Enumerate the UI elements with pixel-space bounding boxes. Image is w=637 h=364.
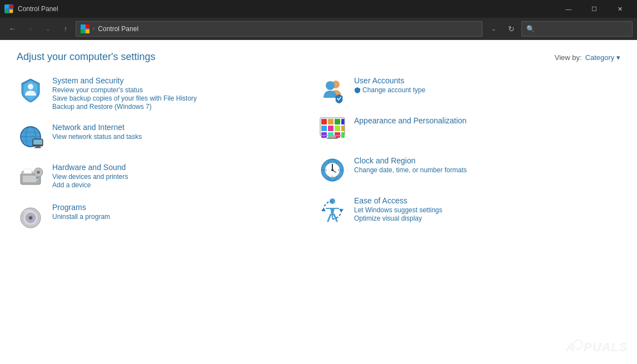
address-dropdown[interactable]: ⌄ [486,21,501,37]
close-button[interactable]: ✕ [607,0,633,18]
svg-rect-40 [341,119,345,124]
page-title: Adjust your computer's settings [17,51,156,63]
appearance-text: Appearance and Personalization [354,116,609,126]
system-review-link[interactable]: Review your computer's status [52,86,307,94]
category-clock: Clock and Region Change date, time, or n… [318,156,620,184]
ease-icon [318,196,346,224]
svg-rect-43 [335,126,340,131]
maximize-button[interactable]: ☐ [581,0,607,18]
hardware-text: Hardware and Sound View devices and prin… [52,163,307,189]
svg-rect-2 [5,9,8,13]
svg-point-28 [38,172,39,173]
programs-icon [17,203,44,231]
right-column: User Accounts Change account type [318,76,620,353]
network-status-link[interactable]: View network status and tasks [52,133,307,141]
shield-small-icon [354,87,361,93]
category-hardware: Hardware and Sound View devices and prin… [17,163,318,191]
svg-rect-18 [34,147,41,148]
svg-marker-64 [321,208,326,211]
svg-rect-42 [328,126,334,131]
category-programs: Programs Uninstall a program [17,203,318,231]
svg-rect-39 [335,119,340,124]
main-content: Adjust your computer's settings View by:… [0,40,637,364]
system-security-icon [17,76,44,104]
settings-grid: System and Security Review your computer… [17,76,620,353]
svg-point-8 [28,84,33,89]
svg-rect-37 [321,119,327,124]
ease-text: Ease of Access Let Windows suggest setti… [354,196,609,222]
hardware-devices-link[interactable]: View devices and printers [52,173,307,181]
svg-point-25 [36,180,38,182]
app-icon [4,4,13,13]
path-label: Control Panel [98,25,138,33]
up-button[interactable]: ↑ [58,21,73,37]
view-by-label: View by: [555,53,582,62]
programs-uninstall-link[interactable]: Uninstall a program [52,213,307,221]
clock-title[interactable]: Clock and Region [354,156,609,165]
clock-text: Clock and Region Change date, time, or n… [354,156,609,174]
hardware-title[interactable]: Hardware and Sound [52,163,307,172]
address-path[interactable]: › Control Panel [76,21,482,37]
network-text: Network and Internet View network status… [52,123,307,141]
left-column: System and Security Review your computer… [17,76,318,353]
address-bar: ← → ⌄ ↑ › Control Panel ⌄ ↻ 🔍 [0,18,637,40]
users-change-account-link[interactable]: Change account type [354,86,609,94]
svg-rect-23 [24,169,32,173]
users-icon [318,76,346,104]
svg-rect-6 [81,29,84,33]
category-network: Network and Internet View network status… [17,123,318,151]
svg-rect-44 [341,126,345,131]
programs-text: Programs Uninstall a program [52,203,307,221]
system-security-title[interactable]: System and Security [52,76,307,85]
svg-rect-7 [86,29,89,33]
clock-date-link[interactable]: Change date, time, or number formats [354,166,609,174]
clock-icon [318,156,346,184]
search-icon: 🔍 [526,25,535,33]
svg-point-36 [326,81,335,90]
refresh-button[interactable]: ↻ [504,21,519,37]
svg-rect-17 [36,146,40,147]
users-text: User Accounts Change account type [354,76,609,94]
ease-visual-link[interactable]: Optimize visual display [354,215,609,222]
svg-point-24 [36,177,38,179]
recent-button[interactable]: ⌄ [40,21,56,37]
users-title[interactable]: User Accounts [354,76,609,85]
network-title[interactable]: Network and Internet [52,123,307,132]
network-icon [17,123,44,151]
search-box[interactable]: 🔍 [521,21,633,37]
view-by-value[interactable]: Category ▾ [585,53,620,62]
system-backup-link[interactable]: Save backup copies of your files with Fi… [52,94,307,102]
back-button[interactable]: ← [4,21,20,37]
svg-rect-5 [86,24,89,28]
svg-rect-3 [9,9,13,13]
svg-point-33 [29,217,32,219]
svg-rect-0 [5,5,8,8]
category-system-security: System and Security Review your computer… [17,76,318,111]
ease-title[interactable]: Ease of Access [354,196,609,205]
title-bar: Control Panel — ☐ ✕ [0,0,637,18]
programs-title[interactable]: Programs [52,203,307,212]
svg-rect-41 [321,126,327,131]
svg-rect-50 [329,136,336,138]
svg-text:PUALS: PUALS [584,340,628,354]
appearance-icon [318,116,346,144]
forward-button[interactable]: → [22,21,38,37]
path-icon [81,24,89,33]
svg-rect-45 [321,132,327,138]
title-bar-left: Control Panel [4,4,58,13]
ease-suggest-link[interactable]: Let Windows suggest settings [354,206,609,214]
category-users: User Accounts Change account type [318,76,620,104]
hardware-icon [17,163,44,191]
window-controls: — ☐ ✕ [556,0,633,18]
watermark: A PUALS [566,335,633,360]
system-restore-link[interactable]: Backup and Restore (Windows 7) [52,103,307,111]
svg-rect-1 [9,5,13,8]
svg-rect-20 [23,176,38,182]
minimize-button[interactable]: — [556,0,581,18]
hardware-add-link[interactable]: Add a device [52,181,307,189]
window-title: Control Panel [18,5,58,13]
system-security-text: System and Security Review your computer… [52,76,307,111]
svg-rect-16 [33,139,42,144]
appearance-title[interactable]: Appearance and Personalization [354,116,609,125]
category-appearance: Appearance and Personalization [318,116,620,144]
